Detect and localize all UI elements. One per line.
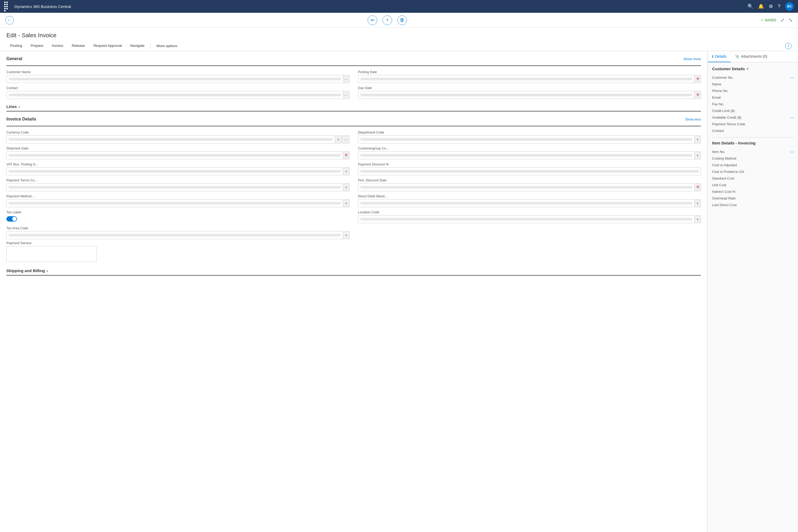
department-code-arrow[interactable]: ▾ — [694, 136, 701, 143]
help-icon[interactable]: ? — [778, 4, 780, 9]
customer-name-field: Customer Name ··· — [6, 70, 349, 83]
customer-name-ellipsis[interactable]: ··· — [343, 75, 349, 83]
customer-details-chevron[interactable]: ∨ — [746, 67, 748, 71]
show-more-link[interactable]: Show more — [683, 57, 701, 61]
collapse-icon[interactable]: ⤡ — [789, 17, 793, 23]
department-code-input[interactable]: ▾ — [358, 135, 701, 144]
toolbar-right: ✓ SAVED ⤢ ⤡ — [761, 17, 793, 23]
shipment-date-calendar[interactable]: 📅 — [343, 152, 349, 159]
pmt-discount-date-calendar[interactable]: 📅 — [694, 184, 701, 191]
delete-button[interactable]: 🗑 — [397, 15, 407, 25]
due-date-calendar[interactable]: 📅 — [694, 91, 701, 99]
item-details-title: Item Details - Invoicing — [712, 141, 794, 145]
lines-arrow: › — [18, 104, 20, 109]
nav-item-request-approval[interactable]: Request Approval — [90, 41, 126, 51]
right-panel-tabs: ℹ Details 📎 Attachments (0) — [708, 51, 798, 62]
location-code-input[interactable]: ▾ — [358, 215, 701, 223]
rp-field-unit-cost: Unit Cost — [712, 182, 794, 188]
rp-field-contact: Contact — [712, 128, 794, 134]
shipping-title[interactable]: Shipping and Billing › — [6, 268, 701, 276]
tab-attachments[interactable]: 📎 Attachments (0) — [731, 51, 772, 62]
posting-date-value[interactable] — [358, 75, 695, 83]
lines-title[interactable]: Lines › — [6, 104, 701, 111]
nav-item-posting[interactable]: Posting — [6, 41, 26, 51]
settings-icon[interactable]: ⚙ — [769, 3, 773, 9]
payment-service-label: Payment Service — [6, 241, 97, 245]
customergroup-co-input[interactable]: ▾ — [358, 151, 701, 159]
contact-value[interactable] — [7, 91, 343, 99]
due-date-input[interactable]: 📅 — [358, 91, 701, 99]
payment-terms-co-field: Payment Terms Co... ▾ — [6, 178, 349, 191]
payment-terms-co-input[interactable]: ▾ — [6, 183, 349, 191]
rp-field-payment-terms: Payment Terms Code — [712, 121, 794, 128]
app-grid-icon[interactable] — [4, 2, 9, 12]
rp-unit-cost-label: Unit Cost — [712, 183, 726, 187]
rp-field-costing-method: Costing Method — [712, 155, 794, 162]
rp-cost-adjusted-label: Cost is Adjusted — [712, 163, 737, 167]
pmt-discount-date-input[interactable]: 📅 — [358, 183, 701, 191]
payment-method-arrow[interactable]: ▾ — [343, 200, 349, 207]
toolbar-center: ✏ + 🗑 — [18, 15, 757, 25]
payment-method-input[interactable]: ▾ — [6, 199, 349, 207]
payment-discount-field: Payment Discount % — [358, 163, 701, 175]
posting-date-input[interactable]: 📅 — [358, 75, 701, 83]
customergroup-co-field: Customergroup Co... ▾ — [358, 147, 701, 159]
tax-liable-toggle[interactable] — [6, 216, 17, 222]
rp-fax-label: Fax No. — [712, 102, 724, 106]
page-title-bar: Edit - Sales Invoice — [0, 28, 798, 41]
customergroup-co-arrow[interactable]: ▾ — [694, 152, 701, 159]
avatar[interactable]: BC — [785, 2, 794, 11]
contact-input[interactable]: ··· — [6, 91, 349, 99]
payment-service-textarea[interactable] — [6, 246, 97, 262]
lines-label: Lines — [6, 104, 17, 109]
direct-debit-label: Direct Debit Mand... — [358, 194, 701, 198]
nav-item-release[interactable]: Release — [68, 41, 89, 51]
plus-icon: + — [386, 17, 389, 23]
bell-icon[interactable]: 🔔 — [758, 3, 764, 9]
nav-info-button[interactable]: i — [785, 43, 792, 49]
shipment-date-input[interactable]: 📅 — [6, 151, 349, 159]
search-icon[interactable]: 🔍 — [747, 3, 753, 9]
payment-terms-co-arrow[interactable]: ▾ — [343, 184, 349, 191]
payment-discount-input[interactable] — [358, 167, 701, 175]
posting-date-calendar[interactable]: 📅 — [694, 75, 701, 83]
due-date-label: Due Date — [358, 86, 701, 90]
vat-bus-input[interactable]: ▾ — [6, 167, 349, 175]
customer-details-label: Customer Details — [712, 66, 745, 71]
rp-field-cost-adjusted: Cost is Adjusted — [712, 162, 794, 168]
due-date-value[interactable] — [358, 91, 695, 99]
customergroup-co-label: Customergroup Co... — [358, 147, 701, 150]
nav-item-invoice[interactable]: Invoice — [48, 41, 67, 51]
vat-bus-arrow[interactable]: ▾ — [343, 168, 349, 175]
add-button[interactable]: + — [382, 15, 392, 25]
rp-field-indirect-cost: Indirect Cost % — [712, 188, 794, 195]
open-external-icon[interactable]: ⤢ — [780, 17, 784, 23]
direct-debit-input[interactable]: ▾ — [358, 199, 701, 207]
currency-code-arrow[interactable]: ▾ — [335, 136, 341, 143]
customer-name-input[interactable]: ··· — [6, 75, 349, 83]
show-less-link[interactable]: Show less — [685, 117, 701, 121]
general-section: General Show more Customer Name ··· — [6, 56, 701, 99]
tax-area-code-input[interactable]: ▾ — [6, 231, 349, 239]
location-code-arrow[interactable]: ▾ — [694, 215, 701, 223]
nav-item-navigate[interactable]: Navigate — [127, 41, 148, 51]
topbar: Dynamics 365 Business Central 🔍 🔔 ⚙ ? BC — [0, 0, 798, 13]
nav-more-options[interactable]: More options — [153, 41, 181, 51]
currency-code-input[interactable]: ▾ — [6, 135, 342, 144]
nav-item-prepare[interactable]: Prepare — [27, 41, 47, 51]
contact-ellipsis[interactable]: ··· — [343, 91, 349, 99]
customer-name-value[interactable] — [7, 75, 343, 83]
back-button[interactable]: ← — [5, 16, 14, 24]
rp-costing-method-label: Costing Method — [712, 156, 736, 160]
sub-toolbar: ← ✏ + 🗑 ✓ SAVED ⤢ ⤡ — [0, 13, 798, 28]
rp-available-credit-label: Available Credit ($) — [712, 115, 741, 119]
currency-code-ellipsis[interactable]: ··· — [342, 135, 349, 144]
direct-debit-arrow[interactable]: ▾ — [694, 200, 701, 207]
pmt-discount-date-field: Pmt. Discount Date 📅 — [358, 178, 701, 191]
rp-payment-terms-label: Payment Terms Code — [712, 122, 745, 126]
rp-field-phone: Phone No. — [712, 88, 794, 94]
tab-details[interactable]: ℹ Details — [708, 51, 731, 62]
edit-button[interactable]: ✏ — [367, 15, 377, 25]
tax-area-code-arrow[interactable]: ▾ — [343, 231, 349, 239]
nav-separator — [150, 43, 151, 49]
